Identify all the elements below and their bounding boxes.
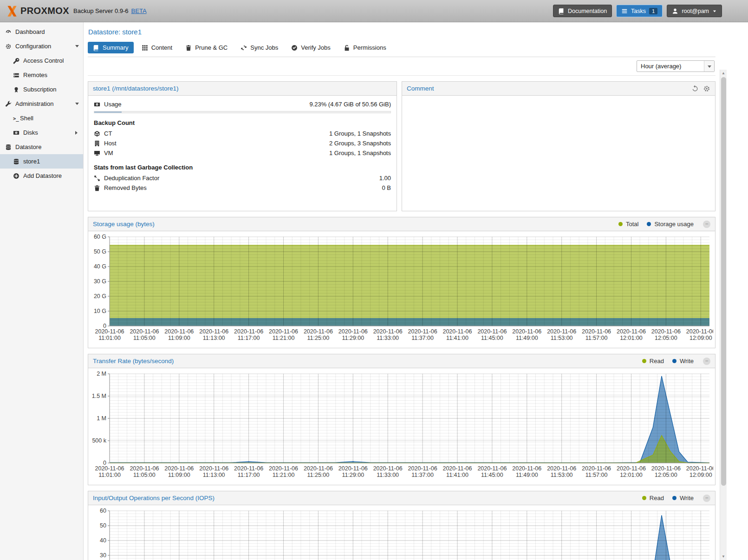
compress-icon xyxy=(94,175,100,182)
svg-text:11:29:00: 11:29:00 xyxy=(342,472,364,478)
time-range-combobox[interactable]: Hour (average) xyxy=(637,60,715,72)
legend-write[interactable]: Write xyxy=(672,358,694,365)
svg-text:2020-11-06: 2020-11-06 xyxy=(234,465,263,472)
svg-text:2020-11-06: 2020-11-06 xyxy=(304,328,333,335)
tab-permissions[interactable]: Permissions xyxy=(338,42,391,53)
svg-text:1.5 M: 1.5 M xyxy=(92,393,106,399)
tab-prune-gc[interactable]: Prune & GC xyxy=(180,42,233,53)
sidebar-item-administration[interactable]: Administration xyxy=(0,97,83,111)
sidebar-item-access-control[interactable]: Access Control xyxy=(0,53,83,68)
header-actions: Documentation Tasks 1 root@pam xyxy=(553,5,722,17)
scroll-down-icon[interactable]: ▼ xyxy=(720,553,727,560)
gear-icon[interactable] xyxy=(703,85,710,92)
wrench-icon xyxy=(5,101,12,107)
iops-title: Input/Output Operations per Second (IOPS… xyxy=(93,495,215,501)
gc-stats-heading: Stats from last Garbage Collection xyxy=(94,164,391,171)
certificate-icon xyxy=(13,86,20,93)
svg-text:2020-11-06: 2020-11-06 xyxy=(477,328,507,335)
svg-text:2020-11-06: 2020-11-06 xyxy=(130,465,159,472)
unlock-icon xyxy=(344,45,350,51)
grid-icon xyxy=(142,45,148,51)
sidebar-item-configuration[interactable]: Configuration xyxy=(0,39,83,53)
svg-text:2020-11-06: 2020-11-06 xyxy=(582,328,611,335)
legend-total[interactable]: Total xyxy=(618,221,638,228)
sidebar-item-shell[interactable]: >_ Shell xyxy=(0,111,83,125)
svg-text:11:53:00: 11:53:00 xyxy=(551,472,573,478)
logo-text: PROXMOX xyxy=(20,6,69,16)
gears-icon xyxy=(5,43,12,50)
svg-text:2020-11-06: 2020-11-06 xyxy=(269,328,298,335)
chart-toolbar: Hour (average) xyxy=(88,57,715,76)
iops-panel: Input/Output Operations per Second (IOPS… xyxy=(88,491,715,560)
svg-text:50 G: 50 G xyxy=(94,248,106,255)
legend-write[interactable]: Write xyxy=(672,495,694,501)
legend-storage-usage[interactable]: Storage usage xyxy=(647,221,694,228)
sidebar-item-subscription[interactable]: Subscription xyxy=(0,82,83,97)
tab-bar: Summary Content Prune & GC Sync Jobs Ver… xyxy=(88,42,715,57)
svg-text:11:13:00: 11:13:00 xyxy=(203,335,225,341)
beta-link[interactable]: BETA xyxy=(131,7,147,14)
terminal-icon: >_ xyxy=(13,116,20,121)
svg-text:2020-11-06: 2020-11-06 xyxy=(164,465,194,472)
svg-text:11:57:00: 11:57:00 xyxy=(585,472,608,478)
svg-text:2020-11-06: 2020-11-06 xyxy=(582,465,611,472)
svg-text:11:41:00: 11:41:00 xyxy=(446,335,468,341)
time-range-value: Hour (average) xyxy=(637,63,704,70)
sidebar-item-store1[interactable]: store1 xyxy=(0,154,83,169)
svg-text:11:37:00: 11:37:00 xyxy=(411,472,434,478)
chevron-down-icon xyxy=(75,103,79,107)
usage-row: Usage 9.23% (4.67 GiB of 50.56 GiB) xyxy=(94,99,391,109)
tasks-count-badge: 1 xyxy=(649,8,657,14)
comment-panel-title: Comment xyxy=(407,85,434,92)
sidebar-item-datastore[interactable]: Datastore xyxy=(0,140,83,154)
sidebar-item-dashboard[interactable]: Dashboard xyxy=(0,25,83,39)
svg-text:2020-11-06: 2020-11-06 xyxy=(442,328,472,335)
scrollbar-thumb[interactable] xyxy=(721,77,726,486)
backup-count-heading: Backup Count xyxy=(94,119,391,126)
tab-sync-jobs[interactable]: Sync Jobs xyxy=(235,42,283,53)
task-list-icon xyxy=(621,8,628,14)
svg-text:11:25:00: 11:25:00 xyxy=(307,335,330,341)
sidebar-item-add-datastore[interactable]: Add Datastore xyxy=(0,169,83,183)
legend-read[interactable]: Read xyxy=(642,358,664,365)
undock-icon[interactable]: − xyxy=(703,221,710,228)
tasks-button[interactable]: Tasks 1 xyxy=(616,5,663,17)
svg-text:500 k: 500 k xyxy=(92,437,106,444)
tab-summary[interactable]: Summary xyxy=(88,42,134,53)
svg-text:0: 0 xyxy=(103,323,106,329)
svg-text:11:45:00: 11:45:00 xyxy=(481,472,503,478)
refresh-icon[interactable] xyxy=(691,85,699,92)
svg-text:30 G: 30 G xyxy=(94,278,106,285)
undock-icon[interactable]: − xyxy=(703,358,710,365)
summary-panel-title: store1 (/mnt/datastores/store1) xyxy=(93,85,179,92)
iops-legend: Read Write − xyxy=(642,495,710,502)
server-stack-icon xyxy=(13,72,20,78)
sidebar-item-disks[interactable]: Disks xyxy=(0,125,83,140)
legend-dot xyxy=(618,222,623,226)
svg-text:2020-11-06: 2020-11-06 xyxy=(408,465,437,472)
svg-text:11:49:00: 11:49:00 xyxy=(516,335,538,341)
svg-text:2020-11-06: 2020-11-06 xyxy=(234,328,263,335)
combo-trigger-icon[interactable] xyxy=(704,61,714,72)
legend-read[interactable]: Read xyxy=(642,495,664,501)
scroll-up-icon[interactable]: ▲ xyxy=(720,70,727,77)
comment-body[interactable] xyxy=(402,96,715,103)
trash-icon xyxy=(94,185,100,191)
check-circle-icon xyxy=(291,45,298,51)
svg-text:12:09:00: 12:09:00 xyxy=(689,335,712,341)
transfer-rate-title: Transfer Rate (bytes/second) xyxy=(93,358,174,365)
svg-text:2020-11-06: 2020-11-06 xyxy=(477,465,507,472)
svg-text:2020-11-06: 2020-11-06 xyxy=(373,328,403,335)
tab-content[interactable]: Content xyxy=(137,42,178,53)
main-content: Datastore: store1 Summary Content Prune … xyxy=(84,22,717,560)
vertical-scrollbar[interactable]: ▲ ▼ xyxy=(720,70,727,560)
user-menu-button[interactable]: root@pam xyxy=(667,5,722,17)
documentation-button[interactable]: Documentation xyxy=(553,5,612,17)
legend-dot xyxy=(672,496,676,500)
monitor-icon xyxy=(94,150,100,156)
undock-icon[interactable]: − xyxy=(703,495,710,502)
sidebar-item-remotes[interactable]: Remotes xyxy=(0,68,83,82)
tab-verify-jobs[interactable]: Verify Jobs xyxy=(286,42,336,53)
svg-text:20 G: 20 G xyxy=(94,293,106,300)
svg-text:2020-11-06: 2020-11-06 xyxy=(617,328,646,335)
